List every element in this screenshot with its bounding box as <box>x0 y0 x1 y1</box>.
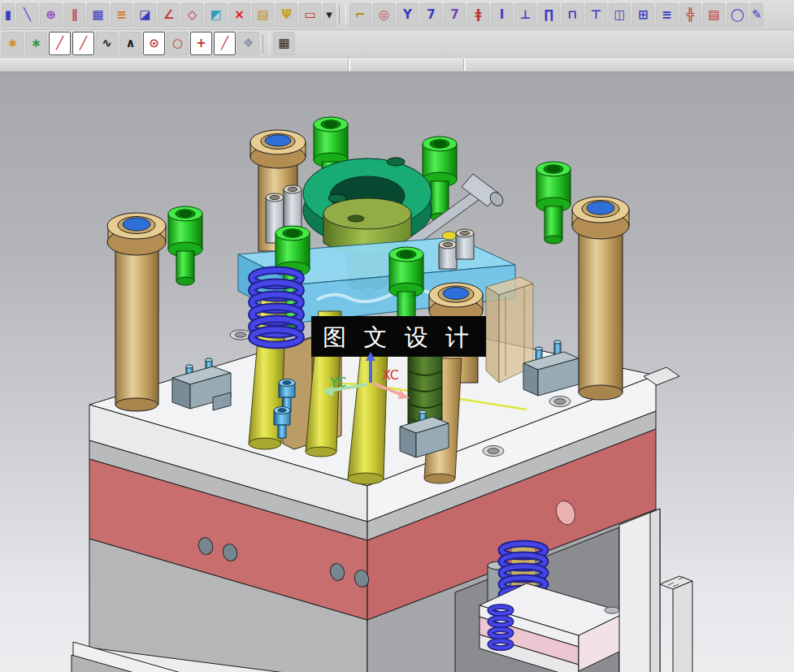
edit-pen-icon-glyph: ✎ <box>752 9 762 21</box>
snap-rotate-icon[interactable]: ∗ <box>25 32 47 55</box>
shoulder-pin-icon[interactable]: ⊥ <box>514 3 536 27</box>
cad-application-window: ▮╲⊕∥▦≡◪∠◇◩×▤Ψ▭▾⌐◎Y77ǂI⊥∏⊓⊤◫⊞≡╬▤◯✎ ∗∗╱╱∿∧… <box>0 0 794 672</box>
point-plus-icon[interactable]: + <box>190 32 212 55</box>
shoulder-pin-icon-glyph: ⊥ <box>520 9 532 21</box>
t-slot-pin-icon-glyph: ⊤ <box>591 9 602 21</box>
watermark-banner: 图 文 设 计 <box>311 316 486 357</box>
cap-screw-green-right[interactable] <box>536 162 571 244</box>
section-view-icon[interactable]: ◪ <box>134 3 156 27</box>
show-hide-icon-glyph: ▭ <box>304 9 315 21</box>
edge-partial-profile-icon[interactable]: ▮ <box>2 3 15 27</box>
support-bench-icon-glyph: ≡ <box>662 9 672 21</box>
dropdown-arrow-icon-glyph: ▾ <box>326 9 332 21</box>
yellow-cap <box>442 232 457 240</box>
point-plus-icon-glyph: + <box>196 37 206 50</box>
sprue-bushing-icon-glyph: Y <box>403 9 412 21</box>
orient-view-icon[interactable]: ◩ <box>205 3 227 27</box>
group-folder-icon-glyph: ▤ <box>257 9 268 21</box>
sprue-bushing-icon[interactable]: Y <box>397 3 419 27</box>
snap-point-icon[interactable]: ∗ <box>2 32 24 55</box>
circle-center-icon-glyph: ⊙ <box>149 37 159 50</box>
ejector-pin-icon-glyph: ǂ <box>475 9 481 21</box>
guide-block-icon-glyph: ◫ <box>614 9 625 21</box>
circle-center-icon[interactable]: ⊙ <box>143 32 165 55</box>
section-view-icon-glyph: ◪ <box>139 9 150 21</box>
flat-head-pin-icon[interactable]: ⊓ <box>562 3 584 27</box>
cap-screw-green-left[interactable] <box>168 206 202 285</box>
snap-rotate-icon-glyph: ∗ <box>31 37 41 50</box>
o-ring-icon[interactable]: ◯ <box>727 3 748 27</box>
point-icon[interactable]: ⊕ <box>40 3 62 27</box>
group-folder-icon[interactable]: ▤ <box>252 3 274 27</box>
stack-cylinder-icon-glyph: ▤ <box>708 9 719 21</box>
line-tool-icon[interactable]: ╱ <box>49 32 71 55</box>
toolbar-dock-strip <box>0 58 794 72</box>
line-point-tool-icon[interactable]: ╱ <box>72 32 94 55</box>
locating-ring-icon[interactable]: ◎ <box>373 3 395 27</box>
arc-point-icon[interactable]: ∧ <box>119 32 141 55</box>
line-point-tool-icon-glyph: ╱ <box>80 37 87 50</box>
flat-head-pin-icon-glyph: ⊓ <box>568 9 578 21</box>
pad-block-icon-glyph: ╬ <box>687 9 694 21</box>
sleeve-pin-icon[interactable]: ∏ <box>538 3 560 27</box>
delete-icon-glyph: × <box>234 9 245 21</box>
guide-pillar-left[interactable] <box>107 213 166 411</box>
guide-pillar-right[interactable] <box>572 197 629 400</box>
ejector-pin-icon[interactable]: ǂ <box>467 3 489 27</box>
dropdown-arrow-icon[interactable]: ▾ <box>323 3 336 27</box>
circle-3pt-icon[interactable]: ○ <box>167 32 189 55</box>
watermark-text: 图 文 设 计 <box>323 323 474 351</box>
toolbar-sketch: ∗∗╱╱∿∧⊙○+╱❖▦ <box>0 30 794 58</box>
pad-block-icon[interactable]: ╬ <box>679 3 701 27</box>
slide-insert-icon[interactable]: 7 <box>444 3 466 27</box>
cleanup-brush-icon[interactable]: Ψ <box>276 3 297 27</box>
edit-pen-icon[interactable]: ✎ <box>750 3 763 27</box>
yc-label: YC <box>329 375 346 390</box>
face-region-icon[interactable]: ❖ <box>237 32 259 55</box>
circle-3pt-icon-glyph: ○ <box>172 37 183 50</box>
sprue-puller-icon-glyph: ⌐ <box>355 9 366 21</box>
sleeve-pin-icon-glyph: ∏ <box>545 9 554 21</box>
face-region-icon-glyph: ❖ <box>243 37 254 50</box>
sketch-plane-icon[interactable]: ◇ <box>181 3 203 27</box>
layer-settings-icon[interactable]: ≡ <box>111 3 132 27</box>
straight-pin-icon-glyph: I <box>500 9 505 21</box>
angle-pin-icon-glyph: 7 <box>427 9 435 21</box>
graphics-viewport[interactable]: 图 文 设 计 XC YC <box>0 72 794 672</box>
wear-plate-icon[interactable]: ⊞ <box>632 3 654 27</box>
fillet-curve-icon[interactable]: ∿ <box>96 32 118 55</box>
line-icon[interactable]: ╲ <box>16 3 38 27</box>
toolbar-separator <box>339 5 346 24</box>
guide-block-icon[interactable]: ◫ <box>609 3 631 27</box>
show-hide-icon[interactable]: ▭ <box>299 3 321 27</box>
straight-pin-icon[interactable]: I <box>491 3 513 27</box>
spacer-rail-shade <box>650 509 660 672</box>
line-angle-icon[interactable]: ╱ <box>214 32 236 55</box>
t-slot-pin-icon[interactable]: ⊤ <box>585 3 607 27</box>
slide-insert-icon-glyph: 7 <box>450 9 458 21</box>
base-plate-corner <box>660 576 692 672</box>
xc-label: XC <box>382 367 399 383</box>
angle-pin-icon[interactable]: 7 <box>420 3 442 27</box>
parallel-lines-icon[interactable]: ∥ <box>63 3 85 27</box>
stack-cylinder-icon[interactable]: ▤ <box>703 3 725 27</box>
datum-plane-icon[interactable]: ▦ <box>87 3 109 27</box>
grid-table-icon[interactable]: ▦ <box>273 32 295 55</box>
locating-ring-icon-glyph: ◎ <box>379 9 389 21</box>
polyline-icon[interactable]: ∠ <box>158 3 180 27</box>
support-bench-icon[interactable]: ≡ <box>656 3 678 27</box>
ring-screw <box>387 158 405 166</box>
snap-point-icon-glyph: ∗ <box>7 37 18 50</box>
cleanup-brush-icon-glyph: Ψ <box>281 9 292 21</box>
delete-icon[interactable]: × <box>228 3 250 27</box>
point-icon-glyph: ⊕ <box>46 9 56 21</box>
polyline-icon-glyph: ∠ <box>163 9 174 21</box>
dock-separator <box>348 59 350 71</box>
wear-plate-icon-glyph: ⊞ <box>638 9 649 21</box>
layer-settings-icon-glyph: ≡ <box>116 9 127 21</box>
sprue-puller-icon[interactable]: ⌐ <box>349 3 371 27</box>
sketch-plane-icon-glyph: ◇ <box>188 9 197 21</box>
line-icon-glyph: ╲ <box>24 9 31 21</box>
grid-table-icon-glyph: ▦ <box>278 37 289 50</box>
parallel-lines-icon-glyph: ∥ <box>72 9 78 21</box>
